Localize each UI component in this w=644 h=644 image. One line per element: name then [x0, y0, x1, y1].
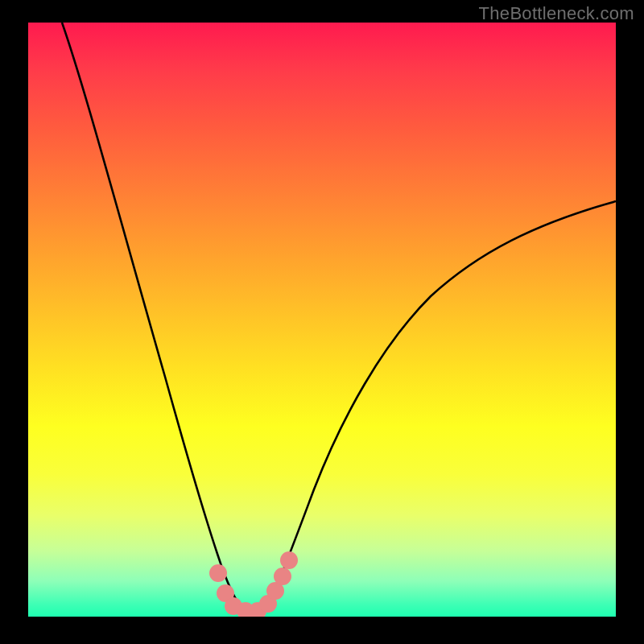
- marker-dot: [280, 551, 298, 569]
- marker-dot: [209, 564, 227, 582]
- curve-layer: [28, 23, 616, 617]
- plot-area: [28, 23, 616, 617]
- marker-dot: [274, 568, 291, 585]
- chart-container: TheBottleneck.com: [0, 0, 644, 644]
- marker-group: [209, 551, 298, 617]
- watermark-text: TheBottleneck.com: [479, 3, 634, 24]
- bottleneck-curve: [62, 23, 616, 614]
